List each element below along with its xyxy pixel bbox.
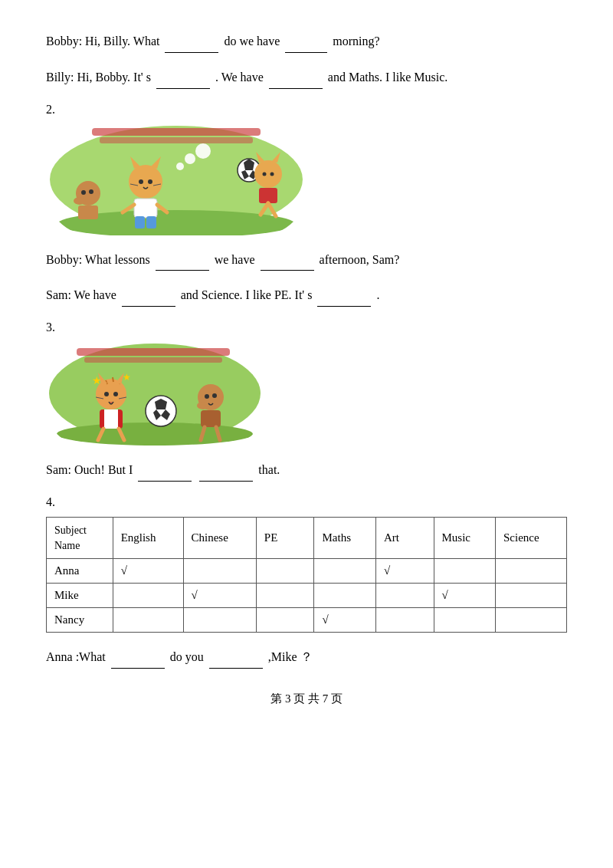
dialog1-billy: Billy: Hi, Bobby. It' s . We have and Ma… [46, 67, 567, 89]
svg-rect-2 [100, 137, 253, 143]
scene2-image: ★ ★ [46, 342, 567, 446]
table-cell-anna-music [434, 559, 495, 584]
dialog1-bobby: Bobby: Hi, Billy. What do we have mornin… [46, 31, 567, 53]
svg-rect-35 [84, 357, 222, 363]
table-cell-mike-english [113, 584, 183, 608]
table-header-english: English [113, 517, 183, 558]
scene1-image [46, 124, 567, 235]
dialog3-sam: Sam: Ouch! But I that. [46, 459, 567, 482]
blank-bobby2[interactable] [285, 52, 327, 53]
svg-rect-34 [77, 348, 230, 356]
svg-point-29 [74, 197, 86, 205]
blank-anna1[interactable] [111, 668, 165, 669]
svg-point-18 [195, 143, 211, 159]
table-cell-mike-maths [314, 584, 375, 608]
table-header-pe: PE [256, 517, 314, 558]
blank-billy1[interactable] [156, 88, 210, 89]
dialog2-bobby: Bobby: What lessons we have afternoon, S… [46, 249, 567, 271]
dialog2-sam: Sam: We have and Science. I like PE. It'… [46, 284, 567, 307]
section2-label: 2. [46, 103, 567, 117]
svg-point-8 [148, 179, 152, 184]
table-cell-anna-chinese [183, 559, 256, 584]
blank-bobby1[interactable] [165, 52, 218, 53]
blank-sam4[interactable] [199, 481, 253, 482]
svg-rect-32 [78, 205, 98, 219]
svg-point-45 [113, 392, 118, 396]
dialog4-anna: Anna :What do you ,Mike ？ [46, 646, 567, 669]
table-cell-mike-name: Mike [47, 584, 113, 608]
svg-point-4 [129, 165, 162, 199]
svg-point-36 [57, 422, 253, 446]
table-header-music: Music [434, 517, 495, 558]
svg-point-16 [176, 163, 184, 170]
table-cell-nancy-art [375, 608, 434, 633]
svg-rect-13 [146, 216, 156, 229]
table-cell-nancy-pe [256, 608, 314, 633]
table-cell-anna-maths [314, 559, 375, 584]
table-row: Anna √ √ [47, 559, 567, 584]
svg-line-40 [113, 377, 113, 382]
table-cell-nancy-chinese [183, 608, 256, 633]
svg-point-7 [139, 179, 143, 184]
table-header-maths: Maths [314, 517, 375, 558]
table-header-art: Art [375, 517, 434, 558]
table-cell-mike-pe [256, 584, 314, 608]
svg-rect-58 [201, 410, 221, 427]
table-cell-nancy-science [495, 608, 566, 633]
svg-text:★: ★ [123, 372, 131, 383]
table-row: Mike √ √ [47, 584, 567, 608]
table-cell-nancy-music [434, 608, 495, 633]
blank-sam1[interactable] [122, 306, 175, 307]
blank-sam2[interactable] [317, 306, 371, 307]
table-header-science: Science [495, 517, 566, 558]
svg-point-57 [212, 393, 217, 398]
svg-point-56 [205, 394, 209, 399]
svg-rect-1 [92, 128, 261, 136]
blank-bobby3[interactable] [156, 270, 209, 271]
svg-point-23 [263, 172, 267, 176]
table-cell-nancy-english [113, 608, 183, 633]
blank-billy2[interactable] [269, 88, 323, 89]
scene2-svg: ★ ★ [46, 342, 264, 446]
svg-point-55 [197, 402, 209, 409]
table-cell-mike-art [375, 584, 434, 608]
blank-sam3[interactable] [138, 481, 192, 482]
svg-point-17 [185, 153, 195, 164]
table-header-chinese: Chinese [183, 517, 256, 558]
table-cell-anna-art: √ [375, 559, 434, 584]
table-header-row: SubjectName English Chinese PE Maths Art… [47, 517, 567, 558]
table-cell-mike-science [495, 584, 566, 608]
svg-point-20 [254, 160, 282, 188]
blank-bobby4[interactable] [261, 270, 314, 271]
section3-label: 3. [46, 321, 567, 334]
svg-point-31 [89, 189, 93, 194]
svg-rect-11 [134, 199, 157, 218]
table-cell-anna-science [495, 559, 566, 584]
table-row: Nancy √ [47, 608, 567, 633]
scene1-svg [46, 124, 306, 235]
table-cell-anna-name: Anna [47, 559, 113, 584]
table-cell-mike-music: √ [434, 584, 495, 608]
svg-rect-25 [259, 188, 277, 203]
page-footer: 第 3 页 共 7 页 [46, 692, 567, 706]
svg-rect-12 [135, 216, 145, 229]
blank-anna2[interactable] [209, 668, 263, 669]
table-cell-mike-chinese: √ [183, 584, 256, 608]
subjects-table: SubjectName English Chinese PE Maths Art… [46, 517, 567, 633]
table-cell-nancy-maths: √ [314, 608, 375, 633]
table-subject-name-header: SubjectName [47, 517, 113, 558]
svg-point-30 [81, 190, 86, 195]
section4-label: 4. [46, 495, 567, 509]
table-cell-nancy-name: Nancy [47, 608, 113, 633]
svg-text:★: ★ [92, 375, 102, 386]
table-cell-anna-pe [256, 559, 314, 584]
svg-point-44 [104, 392, 109, 396]
table-cell-anna-english: √ [113, 559, 183, 584]
svg-rect-49 [104, 409, 118, 429]
svg-point-24 [270, 172, 274, 176]
